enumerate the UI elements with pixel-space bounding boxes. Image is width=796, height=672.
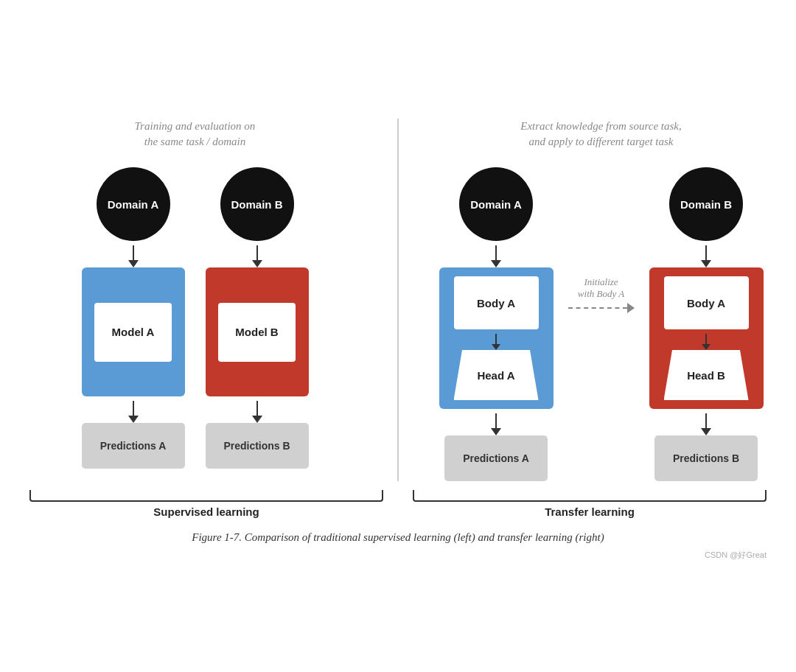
domain-b-circle-left: Domain B: [220, 167, 294, 241]
arrow-down-8: [701, 409, 711, 435]
head-a-shape: Head A: [454, 350, 539, 400]
arrow-down-6: [491, 409, 501, 435]
dashed-arrow: [568, 303, 635, 313]
body-b-label: Body A: [664, 276, 749, 329]
bracket-transfer: Transfer learning: [413, 490, 767, 518]
supervised-col-b: Domain B Model B Predictions B: [206, 167, 309, 469]
left-caption: Training and evaluation onthe same task …: [135, 119, 256, 154]
transfer-col-a: Domain A Body A Head A Predictions A: [439, 167, 554, 481]
supervised-col-a: Domain A Model A Predictions A: [82, 167, 185, 469]
bracket-row: Supervised learning Transfer learning: [29, 490, 767, 518]
arrow-down-2: [128, 396, 139, 423]
supervised-learning-diagram: Training and evaluation onthe same task …: [29, 119, 360, 469]
predictions-b-right: Predictions B: [654, 435, 758, 481]
arrow-down-small-2: [702, 329, 711, 350]
arrow-down-small-1: [492, 329, 500, 350]
init-arrow-col: Initializewith Body A: [568, 276, 635, 313]
predictions-b-left: Predictions B: [206, 423, 309, 469]
model-a-box: Model A: [82, 267, 185, 396]
transfer-learning-diagram: Extract knowledge from source task,and a…: [436, 119, 767, 481]
model-a-label: Model A: [94, 303, 172, 362]
arrow-down-3: [252, 241, 262, 267]
head-b-shape: Head B: [664, 350, 749, 400]
arrow-down-7: [701, 241, 711, 267]
diagrams-row: Training and evaluation onthe same task …: [29, 119, 767, 481]
domain-a-circle-right: Domain A: [459, 167, 533, 241]
domain-a-circle-left: Domain A: [97, 167, 170, 241]
right-caption: Extract knowledge from source task,and a…: [520, 119, 681, 154]
init-label: Initializewith Body A: [578, 276, 624, 300]
vertical-divider: [397, 119, 399, 481]
page: Training and evaluation onthe same task …: [15, 97, 781, 575]
bracket-supervised: Supervised learning: [29, 490, 383, 518]
figure-caption: Figure 1-7. Comparison of traditional su…: [29, 531, 767, 544]
body-head-b-box: Body A Head B: [649, 267, 764, 409]
predictions-a-left: Predictions A: [82, 423, 185, 469]
body-a-label: Body A: [454, 276, 539, 329]
model-b-label: Model B: [218, 303, 296, 362]
domain-b-circle-right: Domain B: [669, 167, 743, 241]
arrow-down-5: [491, 241, 501, 267]
bracket-line-right: [413, 490, 767, 502]
dashed-line: [568, 307, 627, 309]
body-head-a-box: Body A Head A: [439, 267, 554, 409]
bracket-supervised-label: Supervised learning: [153, 505, 259, 518]
arrow-down-4: [252, 396, 262, 423]
bracket-transfer-label: Transfer learning: [545, 505, 635, 518]
bracket-line-left: [29, 490, 383, 502]
transfer-col-b: Domain B Body A Head B Predictions B: [649, 167, 764, 481]
predictions-a-right: Predictions A: [444, 435, 548, 481]
watermark: CSDN @好Great: [29, 550, 767, 561]
supervised-inner: Domain A Model A Predictions A Domain B: [82, 167, 309, 469]
model-b-box: Model B: [206, 267, 309, 396]
dashed-arrowhead: [627, 303, 635, 313]
arrow-down-1: [128, 241, 139, 267]
